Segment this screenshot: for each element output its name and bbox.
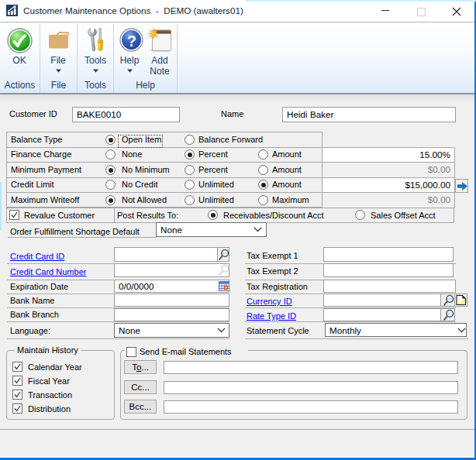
svg-text:?: ?: [127, 33, 136, 50]
